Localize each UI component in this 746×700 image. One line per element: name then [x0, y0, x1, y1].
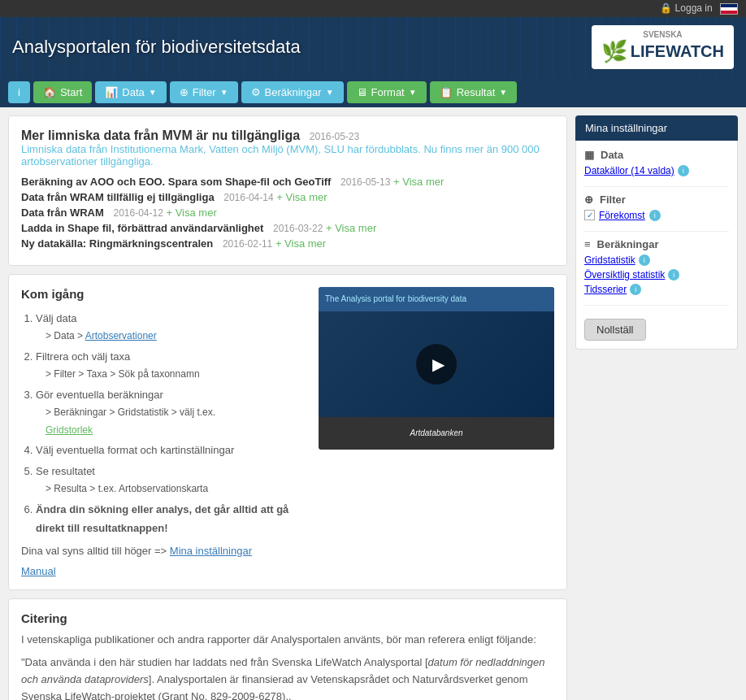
news-item-text-2: Data från WRAM tillfällig ej tillgänglig… — [21, 191, 215, 203]
sidebar-data-sources: Datakällor (14 valda) i — [584, 165, 729, 176]
sidebar-calc-label: Beräkningar — [597, 238, 659, 250]
filter-label: Filter — [193, 86, 216, 98]
steps-list: Välj data > Data > Artobservationer Filt… — [21, 309, 306, 538]
news-item-link-1[interactable]: + Visa mer — [393, 176, 444, 188]
occurrence-info-badge[interactable]: i — [649, 210, 661, 221]
news-item-text-5: Ny datakälla: Ringmärkningscentralen — [21, 237, 213, 250]
step-5-text: Se resultatet — [36, 465, 95, 477]
list-item: Data från WRAM 2016-04-12 + Visa mer — [21, 207, 554, 219]
citation-quote: "Data använda i den här studien har ladd… — [21, 654, 554, 700]
navbar: i 🏠 Start 📊 Data ▼ ⊕ Filter ▼ ⚙ Beräknin… — [0, 77, 746, 107]
data-icon: 📊 — [105, 86, 118, 98]
getting-started-text: Kom igång Välj data > Data > Artobservat… — [21, 287, 306, 577]
top-bar: 🔒 Logga in — [0, 0, 746, 17]
news-intro: Limniska data från Institutionerna Mark,… — [21, 143, 554, 167]
logo-brand: SVENSKA — [643, 30, 682, 39]
step-2-sub: > Filter > Taxa > Sök på taxonnamn — [36, 366, 306, 384]
gridstat-info-badge[interactable]: i — [639, 254, 650, 266]
step-1-sub: > Data > Artobservationer — [36, 328, 306, 346]
settings-hint: Dina val syns alltid till höger => Mina … — [21, 545, 306, 557]
settings-link[interactable]: Mina inställningar — [170, 545, 252, 557]
timeseries-info-badge[interactable]: i — [630, 284, 641, 295]
step-4-text: Välj eventuella format och kartinställni… — [36, 444, 234, 456]
news-item-link-2[interactable]: + Visa mer — [276, 191, 327, 203]
divider-1 — [584, 186, 729, 187]
filter-icon: ⊕ — [180, 86, 189, 98]
calc-button[interactable]: ⚙ Beräkningar ▼ — [241, 81, 344, 103]
manual-link[interactable]: Manual — [21, 565, 306, 577]
sidebar-title: Mina inställningar — [575, 115, 738, 141]
getting-started-layout: Kom igång Välj data > Data > Artobservat… — [21, 287, 554, 577]
result-button[interactable]: 📋 Resultat ▼ — [430, 81, 518, 103]
data-button[interactable]: 📊 Data ▼ — [95, 81, 166, 103]
step-3-sub: > Beräkningar > Gridstatistik > välj t.e… — [36, 404, 306, 439]
list-item: Filtrera och välj taxa > Filter > Taxa >… — [36, 347, 306, 384]
list-item: Gör eventuella beräkningar > Beräkningar… — [36, 385, 306, 440]
citation-card: Citering I vetenskapliga publikationer o… — [8, 598, 567, 700]
video-thumbnail[interactable]: The Analysis portal for biodiversity dat… — [319, 287, 554, 450]
getting-started-card: Kom igång Välj data > Data > Artobservat… — [8, 274, 567, 590]
data-sources-info-badge[interactable]: i — [678, 165, 689, 176]
uk-flag-icon[interactable] — [720, 3, 738, 15]
filter-button[interactable]: ⊕ Filter ▼ — [170, 81, 238, 103]
result-icon: 📋 — [440, 86, 453, 98]
citation-title: Citering — [21, 611, 554, 625]
list-item: Ny datakälla: Ringmärkningscentralen 201… — [21, 237, 554, 250]
main-content: Mer limniska data från MVM är nu tillgän… — [8, 115, 567, 700]
data-sources-link[interactable]: Datakällor (14 valda) — [584, 165, 674, 176]
occurrence-checkbox[interactable] — [584, 210, 595, 220]
timeseries-link[interactable]: Tidsserier — [584, 284, 627, 295]
divider-3 — [584, 305, 729, 306]
login-link[interactable]: Logga in — [675, 2, 713, 14]
step-2-text: Filtrera och välj taxa — [36, 350, 130, 363]
info-button[interactable]: i — [8, 81, 30, 103]
sidebar-calc-title: Beräkningar — [584, 238, 729, 250]
step-1-link[interactable]: Artobservationer — [85, 330, 157, 341]
result-label: Resultat — [457, 86, 496, 98]
list-item: Ladda in Shape fil, förbättrad användarv… — [21, 222, 554, 234]
news-title: Mer limniska data från MVM är nu tillgän… — [21, 128, 554, 143]
news-item-date-5: 2016-02-11 — [223, 238, 272, 250]
news-item-link-4[interactable]: + Visa mer — [326, 222, 376, 234]
format-button[interactable]: 🖥 Format ▼ — [347, 81, 427, 103]
news-headline: Mer limniska data från MVM är nu tillgän… — [21, 128, 300, 142]
reset-button[interactable]: Nollställ — [584, 319, 646, 341]
news-item-link-3[interactable]: + Visa mer — [166, 207, 216, 219]
calc-items: Gridstatistik i Översiktlig statistik i … — [584, 254, 729, 295]
news-items: Beräkning av AOO och EOO. Spara som Shap… — [21, 176, 554, 250]
home-label: Start — [60, 86, 82, 98]
overview-link[interactable]: Översiktlig statistik — [584, 269, 665, 280]
filter-occurrence-item: Förekomst i — [584, 210, 729, 221]
sidebar-section-calc: Beräkningar Gridstatistik i Översiktlig … — [584, 238, 729, 295]
logo: SVENSKA 🌿 LIFEWATCH — [592, 25, 734, 69]
overview-info-badge[interactable]: i — [668, 269, 679, 280]
news-date: 2016-05-23 — [310, 131, 359, 142]
list-item: Välj data > Data > Artobservationer — [36, 309, 306, 346]
video-play-button[interactable] — [416, 344, 457, 385]
step-3-link[interactable]: Gridstorlek — [46, 424, 93, 436]
data-caret-icon: ▼ — [149, 88, 157, 97]
step-6-text: Ändra din sökning eller analys, det går … — [36, 503, 288, 534]
login-icon: 🔒 — [660, 2, 672, 14]
sidebar-overview-item: Översiktlig statistik i — [584, 269, 729, 280]
calc-sidebar-icon — [584, 238, 593, 250]
video-footer-text: Artdatabanken — [410, 428, 462, 437]
home-button[interactable]: 🏠 Start — [33, 81, 92, 103]
news-item-link-5[interactable]: + Visa mer — [275, 237, 326, 250]
list-item: Se resultatet > Resulta > t.ex. Artobser… — [36, 462, 306, 498]
list-item: Välj eventuella format och kartinställni… — [36, 441, 306, 459]
news-item-text-4: Ladda in Shape fil, förbättrad användarv… — [21, 222, 263, 234]
sidebar-data-label: Data — [601, 149, 623, 161]
logo-name: LIFEWATCH — [631, 42, 724, 61]
calc-caret-icon: ▼ — [326, 88, 334, 97]
news-item-text-3: Data från WRAM — [21, 207, 104, 219]
logo-leaf-icon: 🌿 — [601, 39, 627, 64]
sidebar: Mina inställningar Data Datakällor (14 v… — [575, 115, 738, 700]
video-header-text: The Analysis portal for biodiversity dat… — [325, 294, 466, 303]
citation-quote-start: "Data använda i den här studien har ladd… — [21, 656, 428, 668]
news-item-date-4: 2016-03-22 — [273, 223, 323, 234]
filter-sidebar-icon — [584, 193, 596, 206]
list-item: Beräkning av AOO och EOO. Spara som Shap… — [21, 176, 554, 188]
gridstat-link[interactable]: Gridstatistik — [584, 254, 635, 266]
occurrence-link[interactable]: Förekomst — [599, 210, 645, 221]
